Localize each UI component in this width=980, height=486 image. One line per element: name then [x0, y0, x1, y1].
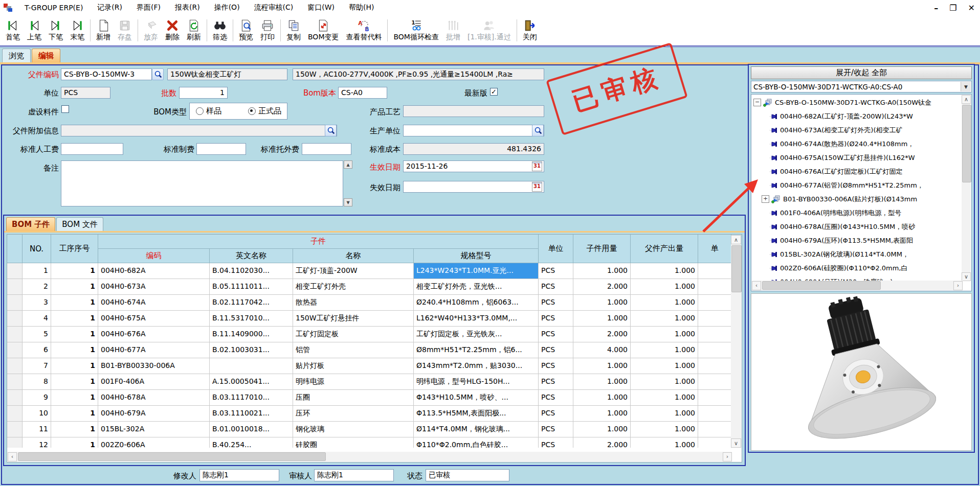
cell-spec[interactable]: L162*W40*H133*T3.0MM,...: [414, 311, 539, 327]
menu-tgroup-erp[interactable]: T-GROUP ERP(E): [17, 0, 90, 15]
scroll-down-icon[interactable]: ∨: [731, 438, 741, 448]
cell-en_name[interactable]: B.11.1409000...: [210, 327, 293, 342]
cell-sel[interactable]: [7, 390, 23, 406]
scroll-left-icon[interactable]: ‹: [8, 452, 17, 461]
cell-spec[interactable]: Ø114*T4.0MM，钢化玻璃...: [414, 422, 539, 437]
bom-change-button[interactable]: BOM变更: [304, 15, 342, 45]
prev-record-button[interactable]: 上笔: [24, 15, 45, 45]
cell-unit[interactable]: PCS: [539, 279, 573, 295]
cell-spec[interactable]: 相变工矿灯外壳，亚光铁...: [414, 279, 539, 295]
tree-item[interactable]: 004H0-675A(150W工矿灯悬挂件)(L162*W: [751, 151, 961, 165]
remark-scroll-up-button[interactable]: ▲: [344, 160, 352, 169]
cell-sel[interactable]: [7, 422, 23, 437]
cell-child_qty[interactable]: 1.000: [573, 406, 631, 422]
cell-code[interactable]: 004H0-673A: [98, 279, 210, 295]
menu-flow-audit[interactable]: 流程审核(C): [247, 0, 301, 15]
chevron-down-icon[interactable]: ▼: [961, 82, 971, 91]
scroll-right-icon[interactable]: ›: [723, 452, 732, 461]
cell-no[interactable]: 3: [23, 295, 51, 311]
cell-no[interactable]: 8: [23, 374, 51, 390]
cell-code[interactable]: 002Z0-606A: [98, 437, 210, 448]
cell-spec[interactable]: L243*W243*T1.0MM.亚光...: [414, 263, 539, 279]
cell-no[interactable]: 1: [23, 263, 51, 279]
cell-parent_output[interactable]: 1.000: [631, 422, 698, 437]
cell-en_name[interactable]: B.01.0010018...: [210, 422, 293, 437]
cell-op_seq[interactable]: 1: [51, 358, 98, 374]
cell-no[interactable]: 4: [23, 311, 51, 327]
cell-name[interactable]: 硅胶圈: [293, 437, 414, 448]
table-row[interactable]: 81001F0-406AA.15.0005041...明纬电源明纬电源，型号HL…: [7, 374, 742, 390]
effective-date-field[interactable]: 2015-11-26: [403, 160, 544, 172]
cell-code[interactable]: 001F0-406A: [98, 374, 210, 390]
table-row[interactable]: 31004H0-674AB.02.1117042...散热器Ø240.4*H10…: [7, 295, 742, 311]
table-row[interactable]: 21004H0-673AB.05.1111011...相变工矿灯外壳相变工矿灯外…: [7, 279, 742, 295]
table-row[interactable]: 91004H0-678AB.03.1117010...压圈Φ143*H10.5M…: [7, 390, 742, 406]
header-op-seq[interactable]: 工序序号: [51, 235, 98, 263]
tree-item[interactable]: 015BL-302A(钢化玻璃)(Ø114*T4.0MM，: [751, 247, 961, 261]
cell-en_name[interactable]: B.02.1117042...: [210, 295, 293, 311]
cell-op_seq[interactable]: 1: [51, 390, 98, 406]
cell-unit[interactable]: PCS: [539, 406, 573, 422]
batch-add-button[interactable]: 批增: [442, 15, 464, 45]
copy-button[interactable]: 复制: [283, 15, 304, 45]
view-substitute-button[interactable]: AB 查看替代料: [342, 15, 385, 45]
tab-browse[interactable]: 浏览: [2, 49, 31, 62]
menu-operation[interactable]: 操作(O): [207, 0, 247, 15]
cell-op_seq[interactable]: 1: [51, 374, 98, 390]
tree-item[interactable]: 004H0-679A(压环)(Φ113.5*H5MM,表面阳: [751, 234, 961, 247]
batch-field[interactable]: 1: [179, 87, 228, 99]
audit-pass-button[interactable]: [1.审核].通过: [464, 15, 515, 45]
cell-child_qty[interactable]: 1.000: [573, 311, 631, 327]
cell-name[interactable]: 铝管: [293, 342, 414, 358]
cell-unit[interactable]: PCS: [539, 342, 573, 358]
cell-sel[interactable]: [7, 295, 23, 311]
cell-spec[interactable]: Ø8mm*H51*T2.25mm，铝6...: [414, 342, 539, 358]
cell-op_seq[interactable]: 1: [51, 422, 98, 437]
table-row[interactable]: 121002Z0-606AB.40.254...硅胶圈Φ110*Φ2.0mm,白…: [7, 437, 742, 448]
header-no[interactable]: NO.: [23, 235, 51, 263]
tree-item[interactable]: 004H0-674A(散热器)(Ø240.4*H108mm，: [751, 137, 961, 151]
cell-spec[interactable]: 明纬电源，型号HLG-150H...: [414, 374, 539, 390]
menu-record[interactable]: 记录(R): [90, 0, 129, 15]
table-row[interactable]: 71B01-BYB00330-006A贴片灯板Ø143mm*T2.0mm，贴30…: [7, 358, 742, 374]
cell-child_qty[interactable]: 1.000: [573, 374, 631, 390]
cell-sel[interactable]: [7, 279, 23, 295]
cell-sel[interactable]: [7, 327, 23, 342]
cell-extra[interactable]: [698, 263, 731, 279]
cell-child_qty[interactable]: 1.000: [573, 295, 631, 311]
header-name[interactable]: 名称: [293, 249, 414, 263]
cell-extra[interactable]: [698, 311, 731, 327]
cell-extra[interactable]: [698, 342, 731, 358]
table-horizontal-scrollbar[interactable]: ‹ ›: [8, 452, 732, 461]
cell-en_name[interactable]: B.11.5317010...: [210, 311, 293, 327]
parent-extra-lookup-button[interactable]: [325, 125, 337, 136]
tree-item[interactable]: 004H0-677A(铝管)(Ø8mm*H51*T2.25mm，: [751, 178, 961, 192]
filter-button[interactable]: 筛选: [209, 15, 231, 45]
cell-no[interactable]: 12: [23, 437, 51, 448]
cell-unit[interactable]: PCS: [539, 295, 573, 311]
bom-type-sample-radio[interactable]: 样品: [196, 106, 221, 116]
tree-horizontal-scrollbar[interactable]: ‹ ›: [752, 281, 963, 290]
cell-parent_output[interactable]: 1.000: [631, 406, 698, 422]
cell-no[interactable]: 2: [23, 279, 51, 295]
cell-parent_output[interactable]: 1.000: [631, 342, 698, 358]
cell-child_qty[interactable]: 1.000: [573, 390, 631, 406]
tree-item[interactable]: −CS-BYB-O-150MW-30D71-WCTKG-A0(150W钛金: [751, 96, 961, 109]
scroll-thumb[interactable]: [731, 245, 742, 292]
cell-en_name[interactable]: B.04.1102030...: [210, 263, 293, 279]
bom-version-selector[interactable]: CS-BYB-O-150MW-30D71-WCTKG-A0:CS-A0 ▼: [751, 81, 972, 92]
menu-window[interactable]: 窗口(W): [300, 0, 342, 15]
menu-report[interactable]: 报表(R): [168, 0, 207, 15]
parent-code-lookup-button[interactable]: [152, 68, 164, 80]
cell-unit[interactable]: PCS: [539, 374, 573, 390]
cell-spec[interactable]: 工矿灯固定板，亚光铁灰...: [414, 327, 539, 342]
last-record-button[interactable]: 末笔: [66, 15, 88, 45]
header-en-name[interactable]: 英文名称: [210, 249, 293, 263]
cell-parent_output[interactable]: 1.000: [631, 311, 698, 327]
expire-date-calendar-icon[interactable]: 31: [532, 182, 542, 192]
cell-child_qty[interactable]: 1.000: [573, 358, 631, 374]
cell-parent_output[interactable]: 1.000: [631, 279, 698, 295]
cell-name[interactable]: 相变工矿灯外壳: [293, 279, 414, 295]
tab-bom-children[interactable]: BOM 子件: [6, 217, 55, 231]
cell-parent_output[interactable]: 1.000: [631, 374, 698, 390]
